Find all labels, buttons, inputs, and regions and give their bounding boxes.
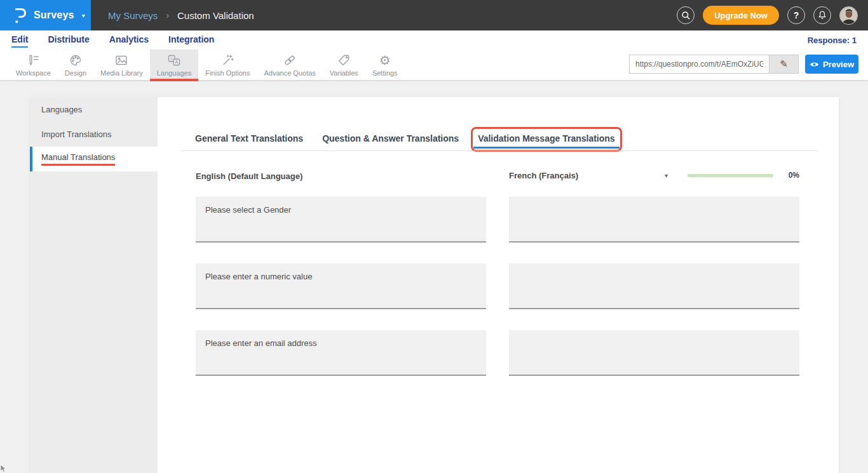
gear-icon: ⚙ [379,53,391,67]
translation-input-french-3[interactable] [509,330,799,376]
product-menu-label: Surveys [34,10,74,21]
response-count[interactable]: Response: 1 [808,36,857,45]
edit-toolbar: Workspace Design [0,50,868,81]
top-header: Surveys ▾ My Surveys › Custom Validation… [0,0,868,30]
nav-tab-analytics[interactable]: Analytics [109,33,149,48]
toolbar-item-settings[interactable]: ⚙ Settings [365,50,405,80]
toolbar-items: Workspace Design [9,50,405,80]
toolbar-item-media-library[interactable]: Media Library [93,50,150,80]
header-actions: Upgrade Now ? [677,6,868,25]
notifications-button[interactable] [813,6,831,24]
sidebar-item-languages[interactable]: Languages [30,97,158,122]
toolbar-item-label: Finish Options [205,69,250,77]
breadcrumb-separator: › [166,10,169,20]
toolbar-item-label: Advance Quotas [264,69,315,77]
chevron-down-icon: ▾ [665,172,668,179]
target-language-label: French (Français) [509,171,578,180]
bell-icon [817,10,827,20]
search-icon [681,11,691,20]
translation-input-french-2[interactable] [509,263,799,309]
target-language-dropdown[interactable]: French (Français) ▾ [509,171,668,180]
user-avatar[interactable] [839,6,858,25]
tab-question-answer-translations[interactable]: Question & Answer Translations [322,133,459,143]
toolbar-item-languages[interactable]: ☆ A Languages [150,50,198,80]
svg-text:☆: ☆ [170,57,173,61]
preview-label: Preview [823,60,854,69]
target-language-header: French (Français) ▾ 0% [509,169,799,182]
translation-tabs: General Text Translations Question & Ans… [195,133,615,143]
annotation-languages-underline [150,79,198,81]
breadcrumb-current-survey: Custom Validation [177,10,254,21]
chevron-down-icon: ▾ [82,12,85,19]
toolbar-item-label: Variables [330,69,358,77]
edit-url-button[interactable]: ✎ [769,55,799,74]
search-button[interactable] [677,6,695,24]
sidebar-item-manual-translations[interactable]: Manual Translations [30,147,158,171]
tabs-divider [181,150,818,151]
mouse-cursor [0,464,6,473]
sidebar-item-import-translations[interactable]: Import Translations [30,122,158,147]
help-button[interactable]: ? [787,6,805,24]
toolbar-item-workspace[interactable]: Workspace [9,50,58,80]
survey-nav-items: Edit Distribute Analytics Integration [11,33,214,48]
app-screen: Surveys ▾ My Surveys › Custom Validation… [0,0,868,473]
product-switcher[interactable]: Surveys ▾ [0,0,91,30]
tab-general-text-translations[interactable]: General Text Translations [195,133,303,143]
source-message-1: Please select a Gender [196,197,486,243]
tag-icon [337,53,351,67]
toolbar-item-design[interactable]: Design [58,50,93,80]
avatar-photo [840,7,858,25]
toolbar-item-label: Media Library [100,69,143,77]
languages-translate-icon: ☆ A [167,53,181,67]
breadcrumb-my-surveys[interactable]: My Surveys [108,10,158,21]
breadcrumb: My Surveys › Custom Validation [108,10,254,21]
toolbar-item-finish-options[interactable]: Finish Options [198,50,257,80]
source-message-2: Please enter a numeric value [196,263,486,309]
question-mark-icon: ? [794,10,799,20]
questionpro-logo-icon [13,7,27,24]
preview-button[interactable]: Preview [805,55,858,74]
toolbar-item-label: Design [65,69,86,77]
svg-text:A: A [175,60,178,64]
toolbar-item-variables[interactable]: Variables [323,50,365,80]
nav-tab-integration[interactable]: Integration [168,33,214,48]
survey-url-input[interactable] [629,55,769,74]
toolbar-item-label: Languages [157,69,191,77]
source-message-3: Please enter an email address [196,330,486,376]
translation-input-french-1[interactable] [509,197,799,243]
workspace-icon [26,53,40,67]
toolbar-item-label: Settings [372,69,398,77]
toolbar-item-label: Workspace [16,69,51,77]
nav-tab-distribute[interactable]: Distribute [48,33,89,48]
languages-sidebar: Languages Import Translations Manual Tra… [30,97,158,473]
upgrade-now-button[interactable]: Upgrade Now [703,6,779,25]
tab-validation-message-translations[interactable]: Validation Message Translations [478,133,615,143]
chain-links-icon [283,53,297,67]
annotation-manual-translations-underline: Manual Translations [41,152,115,166]
translation-progress-percent: 0% [789,171,799,180]
survey-url-box: ✎ [629,55,799,74]
design-palette-icon [69,53,83,67]
translation-progress-bar [688,174,773,177]
toolbar-item-advance-quotas[interactable]: Advance Quotas [257,50,322,80]
nav-tab-edit[interactable]: Edit [11,33,28,48]
languages-panel: Languages Import Translations Manual Tra… [30,97,839,473]
magic-wand-icon [220,53,234,67]
media-library-icon [114,53,128,67]
survey-nav: Edit Distribute Analytics Integration Re… [0,30,868,50]
eye-icon [810,61,819,68]
pencil-icon: ✎ [780,58,788,70]
source-language-header: English (Default Language) [196,171,302,181]
